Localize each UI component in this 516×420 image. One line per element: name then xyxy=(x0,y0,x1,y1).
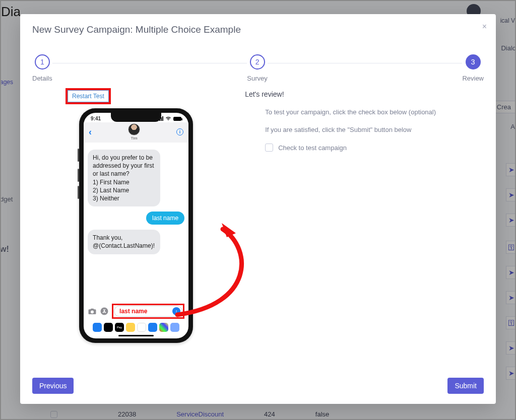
status-time: 9:41 xyxy=(91,116,101,121)
step-survey[interactable]: 2 Survey xyxy=(247,54,267,82)
step-label: Details xyxy=(32,75,52,82)
app-store-icon[interactable] xyxy=(100,307,109,316)
dock-icon xyxy=(93,323,102,332)
step-details[interactable]: 1 Details xyxy=(32,54,52,82)
previous-button[interactable]: Previous xyxy=(32,378,74,394)
phone-notch xyxy=(111,113,161,122)
avatar xyxy=(128,123,140,135)
dock-icon xyxy=(104,323,113,332)
camera-icon[interactable] xyxy=(88,307,97,316)
submit-button[interactable]: Submit xyxy=(447,378,484,394)
svg-marker-1 xyxy=(222,223,236,237)
phone-side-button xyxy=(78,149,79,162)
phone-screen: 9:41 ‹ Tim xyxy=(84,113,188,338)
modal-footer: Previous Submit xyxy=(32,376,484,394)
restart-highlight: Restart Test xyxy=(66,88,111,104)
info-icon[interactable]: i xyxy=(176,128,183,135)
dock-icon xyxy=(126,323,135,332)
step-label: Survey xyxy=(247,75,267,82)
dock-icon: Pay xyxy=(115,323,124,332)
phone-side-button xyxy=(78,186,79,199)
battery-icon xyxy=(173,117,181,121)
review-heading: Let's review! xyxy=(245,90,484,98)
test-campaign-row[interactable]: Check to test campaign xyxy=(265,144,484,152)
input-highlight: last name ↑ xyxy=(112,304,184,319)
checkbox-label: Check to test campaign xyxy=(278,144,347,152)
wifi-icon xyxy=(165,116,171,121)
phone-input-row: last name ↑ xyxy=(84,304,188,322)
restart-test-button[interactable]: Restart Test xyxy=(68,90,109,102)
modal-title: New Survey Campaign: Multiple Choice Exa… xyxy=(32,24,484,35)
step-number: 3 xyxy=(466,54,481,69)
dock-icon xyxy=(159,323,168,332)
phone-frame: 9:41 ‹ Tim xyxy=(79,108,193,343)
contact-header[interactable]: Tim xyxy=(128,123,140,141)
stepper-line xyxy=(268,63,463,63)
phone-dock: Pay xyxy=(84,322,188,335)
home-indicator xyxy=(118,335,154,336)
preview-column: Restart Test 9:41 xyxy=(32,88,240,376)
incoming-message: Thank you, @(Contact.LastName)! xyxy=(88,230,160,254)
wizard-stepper: 1 Details 2 Survey 3 Review xyxy=(32,54,484,82)
message-input[interactable]: last name ↑ xyxy=(114,306,182,317)
close-icon[interactable]: × xyxy=(482,22,487,31)
test-campaign-checkbox[interactable] xyxy=(265,144,273,152)
step-label: Review xyxy=(462,75,484,82)
contact-name: Tim xyxy=(131,136,138,141)
back-icon[interactable]: ‹ xyxy=(89,127,92,137)
dock-icon xyxy=(170,323,179,332)
review-instruction-2: If you are satisfied, click the "Submit"… xyxy=(265,126,484,133)
step-review[interactable]: 3 Review xyxy=(462,54,484,82)
message-input-value: last name xyxy=(119,308,147,315)
step-number: 1 xyxy=(35,54,50,69)
stepper-line xyxy=(52,63,247,63)
send-icon[interactable]: ↑ xyxy=(172,307,180,315)
dock-icon xyxy=(148,323,157,332)
status-indicators xyxy=(158,116,181,121)
phone-nav-bar: ‹ Tim i xyxy=(84,122,188,143)
incoming-message: Hi, do you prefer to be addressed by you… xyxy=(88,150,160,206)
step-number: 2 xyxy=(250,54,265,69)
messages-pane: Hi, do you prefer to be addressed by you… xyxy=(84,143,188,304)
dock-icon xyxy=(137,323,146,332)
page-root: Dia ical V Dialo ages dget w! Crea A ➤ ➤… xyxy=(0,0,516,420)
survey-campaign-modal: New Survey Campaign: Multiple Choice Exa… xyxy=(20,14,496,404)
outgoing-message: last name xyxy=(146,212,184,225)
phone-side-button xyxy=(78,169,79,182)
review-instruction-1: To test your campaign, click the check b… xyxy=(265,108,484,116)
review-column: Let's review! To test your campaign, cli… xyxy=(240,88,484,376)
modal-body: Restart Test 9:41 xyxy=(32,88,484,376)
